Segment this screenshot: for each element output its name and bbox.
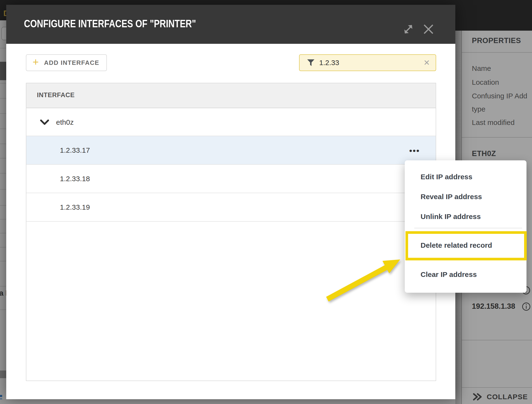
menu-item-unlink-ip[interactable]: Unlink IP address (405, 211, 526, 222)
row-actions-button[interactable]: ••• (401, 143, 428, 158)
menu-item-reveal-ip[interactable]: Reveal IP address (405, 191, 526, 202)
menu-item-edit-ip[interactable]: Edit IP address (405, 172, 526, 182)
ip-row[interactable]: 1.2.33.19 (26, 193, 436, 222)
menu-item-delete-related-record[interactable]: Delete related record (405, 240, 526, 251)
filter-funnel-icon (307, 59, 315, 67)
configure-interfaces-dialog: CONFIGURE INTERFACES OF "PRINTER" + ADD … (6, 5, 455, 399)
expand-dialog-button[interactable] (402, 23, 415, 35)
table-header-row: INTERFACE (26, 83, 436, 108)
ip-row[interactable]: 1.2.33.18 (26, 165, 436, 193)
menu-divider (414, 228, 522, 228)
filter-input-wrapper: ✕ (299, 54, 436, 71)
dialog-title: CONFIGURE INTERFACES OF "PRINTER" (24, 18, 196, 30)
screen: D a D PROPERT (0, 0, 532, 404)
interface-group-row[interactable]: eth0z (26, 109, 436, 136)
add-interface-label: ADD INTERFACE (44, 59, 99, 67)
clear-filter-button[interactable]: ✕ (423, 59, 430, 67)
menu-item-clear-ip[interactable]: Clear IP address (405, 269, 526, 280)
close-dialog-button[interactable] (422, 23, 435, 35)
plus-icon: + (32, 57, 39, 67)
interface-column-header: INTERFACE (37, 91, 75, 99)
add-interface-button[interactable]: + ADD INTERFACE (26, 54, 107, 71)
close-icon (422, 23, 435, 35)
dialog-titlebar: CONFIGURE INTERFACES OF "PRINTER" (6, 5, 455, 44)
ip-address: 1.2.33.19 (60, 203, 90, 211)
chevron-down-icon[interactable] (39, 119, 50, 126)
interface-name: eth0z (56, 118, 74, 126)
ip-address: 1.2.33.17 (60, 146, 90, 154)
expand-icon (402, 23, 415, 35)
filter-input[interactable] (315, 55, 423, 71)
row-actions-context-menu: Edit IP address Reveal IP address Unlink… (405, 160, 526, 293)
interfaces-table: INTERFACE eth0z 1.2.33.17 ••• 1.2.33.18 … (26, 83, 436, 381)
ip-address: 1.2.33.18 (60, 175, 90, 183)
ip-row[interactable]: 1.2.33.17 ••• (26, 136, 436, 165)
